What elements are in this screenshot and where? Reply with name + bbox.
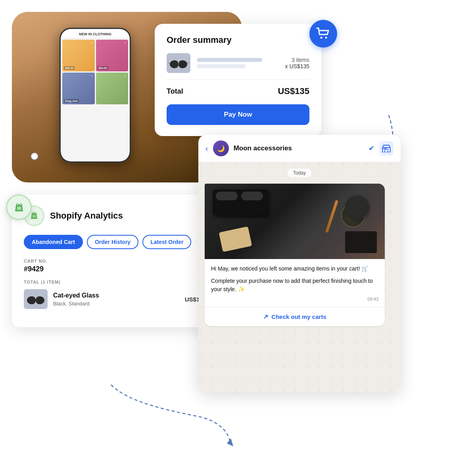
- sunglasses-icon: [167, 53, 190, 73]
- heart-icon-2: ♡: [124, 41, 127, 45]
- tab-abandoned-cart[interactable]: Abandoned Cart: [24, 235, 83, 249]
- tab-order-history[interactable]: Order History: [87, 235, 138, 249]
- glasses-lens-right: [241, 192, 263, 200]
- svg-rect-7: [33, 215, 36, 217]
- cart-product-row: Cat-eyed Glass Black, Standard US$135: [24, 289, 206, 309]
- order-item-count: 3 items: [285, 57, 309, 63]
- order-divider: [167, 79, 309, 80]
- shopify-circle-badge: [6, 194, 32, 220]
- item-bar-2: [197, 64, 246, 68]
- shopify-tabs: Abandoned Cart Order History Latest Orde…: [24, 235, 206, 249]
- svg-marker-12: [227, 438, 233, 446]
- pay-now-button[interactable]: Pay Now: [167, 104, 309, 125]
- order-item-image: [167, 53, 190, 73]
- heart-icon-1: ♡: [90, 41, 93, 45]
- svg-point-0: [321, 37, 322, 39]
- whatsapp-header: ‹ 🌙 Moon accessories ✔: [198, 135, 401, 162]
- dot-decoration-1: [31, 153, 38, 160]
- cart-number-label: CART NO.: [24, 259, 206, 263]
- order-total-row: Total US$135: [167, 86, 309, 96]
- tab-latest-order[interactable]: Latest Order: [142, 235, 191, 249]
- heart-icon-4: ♡: [124, 74, 127, 78]
- phone-item-3: ♡ Drag now: [62, 73, 95, 104]
- total-amount: US$135: [278, 86, 309, 96]
- price-1: $82.00: [64, 66, 75, 70]
- order-item-price: x US$135: [285, 63, 309, 69]
- cart-product-name: Cat-eyed Glass: [53, 292, 179, 299]
- shopify-analytics-card: Shopify Analytics Abandoned Cart Order H…: [12, 194, 218, 327]
- shopify-cart-info: CART NO. #9429 TOTAL (1 ITEM) Cat-eyed G…: [24, 259, 206, 309]
- product-image: [205, 184, 385, 259]
- today-label: Today: [205, 169, 394, 177]
- message-line-1: Hi May, we noticed you left some amazing…: [211, 265, 378, 273]
- svg-point-1: [325, 37, 327, 39]
- message-timestamp: 09:43: [211, 297, 378, 301]
- cart-product-image: [24, 289, 48, 309]
- phone-device: NEW IN CLOTHING ♡ $82.00 ♡ $64.00 ♡ Drag: [60, 28, 131, 163]
- checkout-label: Check out my carts: [271, 313, 326, 320]
- svg-rect-9: [17, 207, 21, 210]
- scene: NEW IN CLOTHING ♡ $82.00 ♡ $64.00 ♡ Drag: [0, 0, 476, 476]
- phone-grid: ♡ $82.00 ♡ $64.00 ♡ Drag now ♡: [61, 38, 130, 106]
- order-summary-card: Order summary 3 items x US$135: [155, 24, 321, 136]
- verified-badge: ✔: [369, 144, 374, 153]
- today-badge: Today: [288, 169, 311, 177]
- phone-item-4: ♡: [96, 73, 129, 104]
- phone-screen-header: NEW IN CLOTHING: [61, 29, 130, 38]
- heart-icon-3: ♡: [90, 74, 93, 78]
- order-summary-title: Order summary: [167, 35, 309, 45]
- cart-glasses-icon: [24, 289, 48, 309]
- total-label: Total: [167, 87, 183, 96]
- compass-decoration: [341, 203, 365, 227]
- phone-item-2: ♡ $64.00: [96, 40, 129, 71]
- back-button[interactable]: ‹: [205, 144, 208, 153]
- message-text: Hi May, we noticed you left some amazing…: [205, 259, 385, 307]
- store-icon: [379, 141, 393, 155]
- price-2: $64.00: [98, 66, 108, 70]
- pencil-decoration: [325, 200, 338, 233]
- phone-item-1: ♡ $82.00: [62, 40, 95, 71]
- svg-rect-11: [385, 149, 388, 152]
- wa-avatar: 🌙: [213, 140, 229, 156]
- cart-product-variant: Black, Standard: [53, 301, 179, 307]
- cart-number-value: #9429: [24, 265, 206, 273]
- cart-product-info: Cat-eyed Glass Black, Standard: [53, 292, 179, 307]
- phone-screen: NEW IN CLOTHING ♡ $82.00 ♡ $64.00 ♡ Drag: [61, 29, 130, 161]
- order-item-details: [197, 58, 279, 68]
- checkout-button[interactable]: ↗ Check out my carts: [205, 307, 385, 326]
- whatsapp-body: Today Hi May, we noticed you left some a…: [198, 162, 401, 392]
- cart-bubble: [309, 20, 337, 48]
- shopify-title: Shopify Analytics: [50, 211, 123, 221]
- whatsapp-card: ‹ 🌙 Moon accessories ✔ Today: [198, 135, 401, 392]
- item-bar-1: [197, 58, 262, 62]
- tag-decoration: [219, 226, 252, 252]
- cart-icon: [316, 27, 330, 40]
- order-item-row: 3 items x US$135: [167, 53, 309, 73]
- message-bubble: Hi May, we noticed you left some amazing…: [205, 184, 385, 326]
- notebook-decoration: [345, 231, 377, 253]
- shopify-header: Shopify Analytics: [24, 205, 206, 226]
- glasses-lens-left: [216, 192, 238, 200]
- message-line-2: Complete your purchase now to add that p…: [211, 277, 378, 294]
- store-svg-icon: [382, 144, 391, 152]
- price-3: Drag now: [64, 99, 79, 103]
- shopify-icon-badge: [13, 201, 25, 214]
- total-item-label: TOTAL (1 ITEM): [24, 280, 206, 284]
- checkout-icon: ↗: [263, 313, 268, 321]
- store-name: Moon accessories: [234, 144, 364, 152]
